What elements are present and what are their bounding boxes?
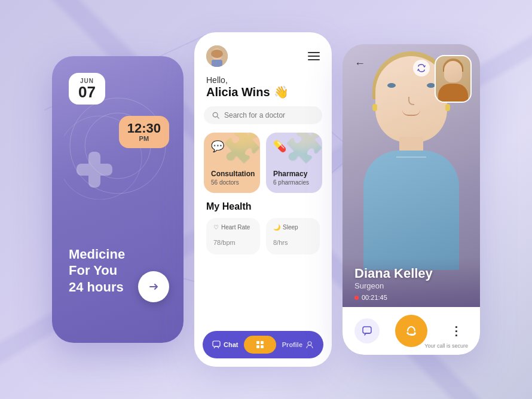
doctor-info-overlay: Diana Kelley Surgeon 00:21:45 [343,257,480,307]
card2-title: Pharmacy [273,170,315,178]
tagline-block: Medicine For You 24 hours [69,246,125,296]
time-widget: 12:30 PM [119,116,169,148]
date-day: 07 [78,84,96,100]
mini-face [444,61,462,82]
search-bar[interactable] [204,106,322,124]
sleep-icon: 🌙 [273,224,280,231]
avatar [206,45,228,67]
chat-bubble-icon [362,326,372,336]
secure-label: Your call is secure [424,343,468,349]
svg-rect-12 [261,341,264,344]
card1-subtitle: 56 doctors [211,179,253,186]
heart-icon: ♡ [213,224,219,231]
doctor-role: Surgeon [354,281,468,290]
nav-grid[interactable] [244,336,276,354]
medical-cross-icon [74,149,115,193]
phone3-screen: ← [343,44,480,355]
tagline-line2: For You [69,262,125,279]
grid-nav-icon [256,340,264,349]
health-section: My Health ♡ Heart Rate 78/bpm 🌙 Sleep 8/… [194,201,332,260]
body [363,151,459,270]
self-view-video [435,55,472,103]
svg-point-7 [211,50,223,58]
tagline-line3: 24 hours [69,279,125,296]
mini-body [438,84,468,103]
nav-profile[interactable]: Profile [279,336,317,354]
svg-rect-11 [256,341,259,344]
heart-rate-label: ♡ Heart Rate [213,224,253,231]
date-widget: JUN 07 [69,73,105,105]
svg-rect-4 [77,164,112,176]
card1-title: Consultation [211,170,253,178]
phone2-header [194,32,332,73]
greeting-section: Hello, Alicia Wins 👋 [194,73,332,106]
tagline-line1: Medicine [69,246,125,263]
sleep-label: 🌙 Sleep [273,224,313,231]
more-options-button[interactable]: ⋮ [443,318,468,343]
health-title: My Health [206,201,320,212]
health-metrics: ♡ Heart Rate 78/bpm 🌙 Sleep 8/hrs [206,218,320,254]
in-call-chat-button[interactable] [354,318,380,343]
card2-subtitle: 6 pharmacies [273,179,315,186]
time-ampm: PM [127,135,161,142]
svg-rect-13 [256,345,259,348]
greeting-hello: Hello, [206,75,320,85]
phone2-screen: Hello, Alicia Wins 👋 💬 🧩 Consultation 56… [194,32,332,367]
sleep-card: 🌙 Sleep 8/hrs [266,218,320,254]
profile-nav-icon [305,340,314,349]
svg-rect-10 [213,341,220,346]
greeting-name: Alicia Wins 👋 [206,85,320,99]
camera-flip-icon[interactable] [413,60,430,76]
chat-nav-icon [212,340,221,349]
heart-rate-card: ♡ Heart Rate 78/bpm [206,218,260,254]
back-button[interactable]: ← [354,57,365,70]
service-cards: 💬 🧩 Consultation 56 doctors 💊 🧩 Pharmacy… [194,133,332,201]
svg-point-15 [308,342,311,345]
bottom-nav: Chat Profile [203,331,323,358]
time-value: 12:30 [127,122,161,135]
end-call-button[interactable] [395,315,427,347]
sleep-value: 8/hrs [273,233,313,248]
nav-chat[interactable]: Chat [209,336,241,354]
search-icon [212,111,219,119]
phone1-screen: JUN 07 12:30 PM Medicine For You 24 hour… [52,56,184,343]
pharmacy-card[interactable]: 💊 🧩 Pharmacy 6 pharmacies [266,133,322,193]
arrow-button[interactable] [138,271,169,302]
call-timer: 00:21:45 [354,294,468,301]
phone-icon [404,324,418,338]
call-controls: ⋮ Your call is secure [343,307,480,355]
svg-rect-8 [212,60,222,67]
recording-dot [354,296,359,300]
search-input[interactable] [224,111,314,119]
svg-rect-14 [261,345,264,348]
doctor-name: Diana Kelley [354,266,468,281]
heart-rate-value: 78/bpm [213,233,253,248]
svg-rect-16 [363,327,371,333]
consultation-card[interactable]: 💬 🧩 Consultation 56 doctors [204,133,260,193]
menu-button[interactable] [308,52,320,60]
